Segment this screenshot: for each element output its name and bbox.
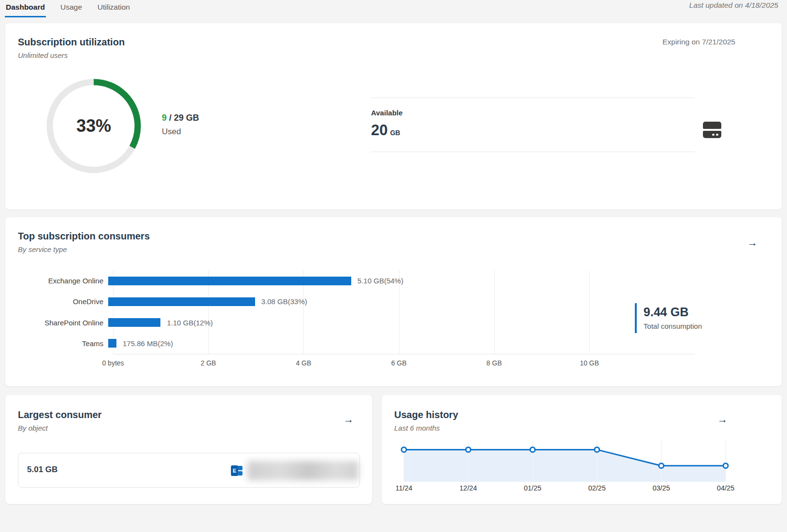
largest-consumer-item[interactable]: 5.01 GB E: [18, 453, 360, 488]
tab-utilization[interactable]: Utilization: [97, 0, 131, 17]
data-point-marker: [401, 447, 406, 452]
line-chart-x-axis: 11/2412/2401/2502/2503/2504/25: [404, 484, 726, 493]
x-tick-label: 01/25: [524, 484, 541, 492]
x-tick-label: 6 GB: [391, 359, 407, 367]
bar: [108, 318, 160, 327]
x-tick-label: 0 bytes: [102, 359, 124, 367]
subscription-utilization-card: Subscription utilization Unlimited users…: [5, 23, 782, 210]
bar-value-label: 3.08 GB(33%): [261, 297, 307, 306]
available-label: Available: [371, 109, 695, 117]
data-point-marker: [466, 447, 471, 452]
used-caption: Used: [162, 127, 199, 137]
card-title: Usage history: [394, 409, 458, 420]
bar: [108, 277, 351, 285]
data-point-marker: [530, 447, 535, 452]
exchange-icon: E: [230, 464, 243, 477]
donut-percent-label: 33%: [46, 79, 141, 173]
top-tabbar: Dashboard Usage Utilization: [5, 0, 131, 17]
storage-card-icon: [703, 122, 721, 138]
card-subtitle: By service type: [18, 245, 150, 253]
x-tick-label: 11/24: [395, 484, 412, 492]
utilization-donut-chart: 33%: [46, 79, 141, 173]
card-title: Top subscription consumers: [18, 231, 150, 242]
x-tick-label: 8 GB: [487, 359, 502, 367]
bar: [108, 297, 255, 306]
arrow-right-icon[interactable]: →: [343, 414, 354, 424]
tab-usage[interactable]: Usage: [59, 0, 83, 17]
bar-chart-x-axis: 0 bytes2 GB4 GB6 GB8 GB10 GB: [113, 359, 589, 369]
expiring-date: Expiring on 7/21/2025: [662, 38, 735, 46]
bar-value-label: 5.10 GB(54%): [358, 277, 403, 285]
x-tick-label: 12/24: [459, 484, 477, 492]
used-total: / 29 GB: [167, 113, 199, 123]
total-consumption-value: 9.44 GB: [644, 305, 702, 319]
consumer-size: 5.01 GB: [27, 465, 57, 475]
bar-value-label: 175.86 MB(2%): [123, 339, 173, 348]
bar-row: Teams175.86 MB(2%): [5, 333, 782, 354]
card-subtitle: By object: [18, 424, 101, 432]
data-point-marker: [723, 463, 728, 468]
total-consumption-caption: Total consumption: [644, 322, 702, 330]
usage-line-chart: [404, 441, 726, 482]
card-title: Subscription utilization: [18, 37, 125, 48]
usage-history-card: Usage history Last 6 months → 11/2412/24…: [382, 395, 782, 504]
bar-chart-axis-line: [113, 354, 695, 354]
used-summary: 9 / 29 GB Used: [162, 113, 199, 137]
last-updated-text: Last updated on 4/18/2025: [689, 1, 778, 10]
largest-consumer-card: Largest consumer By object → 5.01 GB E: [5, 395, 372, 504]
x-tick-label: 04/25: [717, 484, 734, 492]
card-subtitle: Unlimited users: [18, 51, 125, 59]
bar-category-label: Exchange Online: [5, 277, 108, 285]
x-tick-label: 4 GB: [296, 359, 311, 367]
x-tick-label: 2 GB: [200, 359, 216, 367]
available-panel: Available 20GB: [371, 98, 695, 152]
redacted-object-name: [247, 461, 358, 480]
top-consumers-card: Top subscription consumers By service ty…: [5, 217, 782, 386]
x-tick-label: 10 GB: [580, 359, 599, 367]
bar-category-label: OneDrive: [5, 297, 108, 306]
available-value: 20: [371, 122, 387, 139]
line-chart-svg: [404, 441, 726, 482]
data-point-marker: [659, 463, 664, 468]
data-point-marker: [595, 447, 600, 452]
arrow-right-icon[interactable]: →: [717, 414, 728, 424]
available-unit: GB: [390, 129, 400, 137]
bar-row: Exchange Online5.10 GB(54%): [5, 270, 782, 291]
bar: [108, 339, 116, 348]
card-title: Largest consumer: [18, 409, 101, 420]
used-value: 9: [162, 113, 167, 123]
bar-category-label: Teams: [5, 339, 108, 348]
bar-value-label: 1.10 GB(12%): [167, 319, 213, 327]
tab-dashboard[interactable]: Dashboard: [5, 0, 46, 17]
total-consumption-block: 9.44 GB Total consumption: [635, 303, 702, 333]
x-tick-label: 02/25: [588, 484, 605, 492]
arrow-right-icon[interactable]: →: [747, 238, 758, 248]
card-subtitle: Last 6 months: [394, 424, 458, 432]
x-tick-label: 03/25: [653, 484, 670, 492]
bar-category-label: SharePoint Online: [5, 319, 108, 327]
